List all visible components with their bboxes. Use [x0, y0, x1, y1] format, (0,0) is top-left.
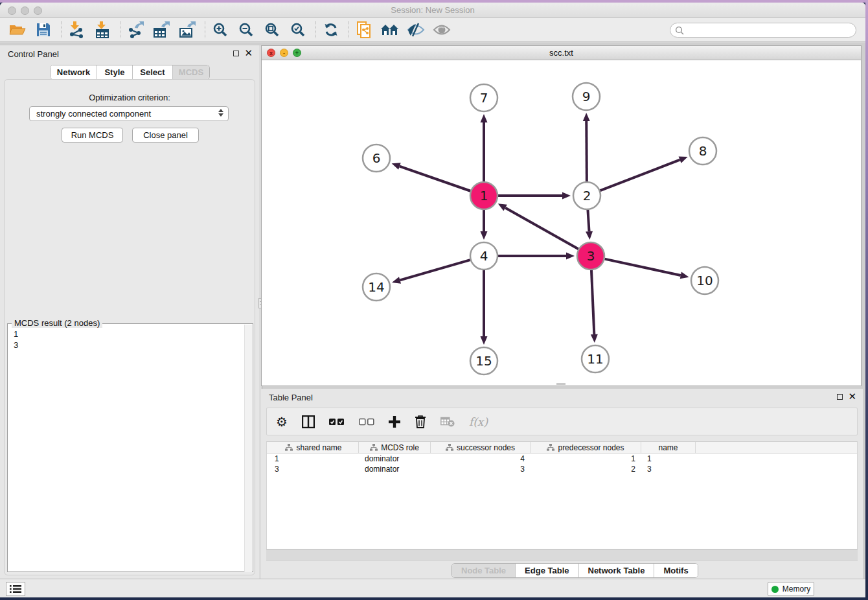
delete-table-icon[interactable]	[440, 414, 455, 430]
settings-gear-icon[interactable]: ⚙	[276, 414, 288, 430]
column-header-name[interactable]: name	[641, 442, 696, 453]
graph-node-label: 1	[480, 188, 488, 203]
edge-arrowhead	[586, 231, 593, 240]
delete-column-icon[interactable]	[415, 414, 426, 430]
control-panel-close-icon[interactable]: ✕	[244, 49, 253, 57]
table-row[interactable]: 3dominator323	[267, 464, 857, 474]
column-type-icon	[370, 444, 378, 451]
main-region: Control Panel ✕ Network Style Select MCD…	[0, 43, 865, 579]
select-stepper-icon	[218, 109, 223, 117]
table-cell: 2	[531, 464, 641, 474]
graph-node-label: 3	[587, 248, 595, 264]
edge-2-9[interactable]	[586, 121, 587, 181]
table-cell: 3	[269, 464, 359, 474]
column-header-MCDS-role[interactable]: MCDS role	[359, 442, 431, 453]
search-input[interactable]	[684, 26, 856, 35]
table-panel-title: Table Panel	[269, 393, 313, 402]
memory-label: Memory	[782, 584, 810, 594]
graph-node-label: 9	[582, 89, 591, 104]
edge-arrowhead	[680, 272, 689, 279]
tab-network[interactable]: Network	[51, 65, 97, 79]
graph-node-label: 4	[480, 248, 488, 264]
edge-3-10[interactable]	[605, 259, 681, 275]
control-panel: Control Panel ✕ Network Style Select MCD…	[0, 45, 259, 579]
mcds-result-box[interactable]: MCDS result (2 nodes) 1 3	[7, 323, 253, 572]
zoom-in-icon[interactable]	[211, 21, 230, 39]
node-table[interactable]: shared nameMCDS rolesuccessor nodesprede…	[266, 441, 858, 549]
column-header-predecessor-nodes[interactable]: predecessor nodes	[531, 442, 641, 453]
tab-select[interactable]: Select	[133, 65, 173, 79]
column-header-label: shared name	[296, 443, 341, 452]
main-toolbar	[0, 18, 865, 42]
criterion-select[interactable]: strongly connected component	[29, 106, 229, 121]
tab-style[interactable]: Style	[97, 65, 133, 79]
mcds-panel-body: Optimization criterion: strongly connect…	[4, 79, 255, 575]
edge-3-1[interactable]	[505, 208, 578, 249]
table-cell: dominator	[359, 464, 431, 474]
graph-node-label: 10	[696, 273, 713, 288]
table-toolbar: ⚙ f(x)	[266, 408, 858, 435]
export-table-icon[interactable]	[152, 21, 171, 39]
toolbar-search[interactable]	[670, 23, 856, 38]
column-layout-icon[interactable]	[302, 414, 315, 430]
import-network-icon[interactable]	[67, 21, 86, 39]
table-footer-strip	[266, 549, 858, 560]
network-canvas[interactable]: 7968124314101511	[262, 60, 861, 386]
graph-node-label: 15	[475, 353, 492, 369]
tab-edge-table[interactable]: Edge Table	[516, 564, 578, 577]
toolbar-separator	[61, 21, 62, 38]
tab-network-table[interactable]: Network Table	[579, 564, 655, 577]
table-panel-header: Table Panel ✕	[261, 389, 863, 407]
mcds-result-scrollbar[interactable]	[244, 325, 252, 572]
edge-2-8[interactable]	[600, 160, 680, 190]
edge-3-11[interactable]	[591, 270, 594, 334]
table-panel-float-icon[interactable]	[837, 394, 843, 400]
tab-motifs[interactable]: Motifs	[654, 564, 697, 577]
control-panel-float-icon[interactable]	[233, 51, 239, 56]
tab-node-table[interactable]: Node Table	[452, 564, 516, 577]
tab-mcds[interactable]: MCDS	[173, 65, 209, 79]
show-hide-view-icon[interactable]	[432, 21, 451, 39]
select-all-checks-icon[interactable]	[329, 414, 345, 430]
table-panel: Table Panel ✕ ⚙	[261, 389, 863, 579]
session-list-button[interactable]	[6, 582, 25, 596]
network-resize-handle[interactable]	[556, 383, 565, 385]
memory-button[interactable]: Memory	[768, 582, 814, 596]
export-image-icon[interactable]	[177, 21, 197, 39]
app-window: Session: New Session	[0, 3, 865, 597]
table-row[interactable]: 1dominator411	[267, 454, 857, 464]
edge-4-14[interactable]	[400, 260, 470, 280]
run-mcds-button[interactable]: Run MCDS	[62, 128, 123, 143]
edge-arrowhead	[583, 113, 590, 121]
save-session-icon[interactable]	[34, 21, 53, 39]
edge-1-6[interactable]	[400, 167, 470, 191]
edge-arrowhead	[481, 114, 488, 122]
toggle-graphics-details-icon[interactable]	[406, 21, 426, 39]
zoom-out-icon[interactable]	[236, 21, 256, 39]
table-cell: 1	[531, 454, 641, 464]
column-type-icon	[547, 444, 554, 451]
close-panel-button[interactable]: Close panel	[132, 128, 199, 143]
function-builder-icon[interactable]: f(x)	[469, 414, 488, 430]
column-header-shared-name[interactable]: shared name	[269, 442, 359, 453]
zoom-selected-icon[interactable]	[288, 21, 308, 39]
table-panel-close-icon[interactable]: ✕	[848, 393, 856, 400]
column-type-icon	[285, 444, 293, 451]
edge-arrowhead	[481, 336, 488, 345]
edge-2-3[interactable]	[588, 210, 589, 231]
table-cell: 1	[641, 454, 696, 464]
clone-network-icon[interactable]	[354, 21, 374, 39]
refresh-view-icon[interactable]	[321, 21, 341, 39]
desktop-edge-bottom	[0, 597, 868, 600]
zoom-fit-icon[interactable]	[262, 21, 282, 39]
network-view-title: scc.txt	[262, 48, 861, 58]
import-table-icon[interactable]	[93, 21, 112, 39]
deselect-all-checks-icon[interactable]	[359, 414, 374, 430]
graph-node-label: 8	[699, 143, 707, 159]
open-session-icon[interactable]	[8, 21, 27, 39]
export-network-icon[interactable]	[126, 21, 145, 39]
network-view-window: x - + scc.txt 7968124314101511	[261, 45, 862, 386]
column-header-successor-nodes[interactable]: successor nodes	[431, 442, 531, 453]
home-icon[interactable]	[380, 21, 400, 39]
add-column-icon[interactable]	[389, 414, 400, 430]
